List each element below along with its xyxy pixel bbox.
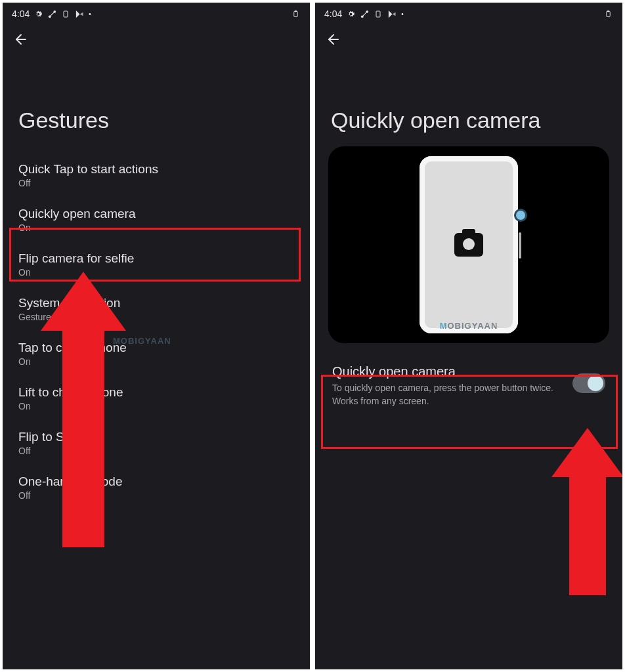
item-sub: Off bbox=[18, 490, 294, 501]
item-one-handed-mode[interactable]: One-handed mode Off bbox=[3, 465, 310, 510]
play-icon bbox=[75, 9, 85, 19]
watermark: MOBIGYAAN bbox=[440, 321, 498, 331]
status-bar: 4:04 • bbox=[315, 3, 622, 22]
item-quick-tap[interactable]: Quick Tap to start actions Off bbox=[3, 153, 310, 198]
item-sub: On bbox=[18, 356, 294, 367]
power-button-graphic bbox=[519, 232, 521, 259]
sim-icon bbox=[61, 9, 71, 19]
item-title: Flip to Shhh bbox=[18, 430, 294, 444]
switch-quickly-open-camera[interactable] bbox=[572, 373, 605, 393]
toggle-desc: To quickly open camera, press the power … bbox=[332, 382, 565, 408]
page-title: Quickly open camera bbox=[315, 55, 622, 146]
item-title: Quick Tap to start actions bbox=[18, 162, 294, 177]
power-press-indicator bbox=[514, 209, 527, 222]
switch-knob bbox=[588, 375, 603, 391]
status-time: 4:04 bbox=[324, 9, 342, 19]
phone-right-quickly-open-camera: 4:04 • Quickly open camera bbox=[315, 3, 622, 669]
gear-icon bbox=[33, 9, 43, 19]
item-lift-check-phone[interactable]: Lift to check phone On bbox=[3, 376, 310, 421]
svg-rect-2 bbox=[64, 11, 68, 17]
item-tap-check-phone[interactable]: Tap to check phone On bbox=[3, 331, 310, 376]
svg-rect-3 bbox=[294, 11, 298, 16]
gear-icon bbox=[346, 9, 356, 19]
connect-icon bbox=[47, 9, 57, 19]
item-title: Quickly open camera bbox=[18, 207, 294, 221]
item-flip-to-shhh[interactable]: Flip to Shhh Off bbox=[3, 421, 310, 465]
item-sub: On bbox=[18, 222, 294, 233]
item-system-navigation[interactable]: System navigation Gesture navigation bbox=[3, 287, 310, 331]
svg-rect-9 bbox=[607, 10, 609, 11]
item-flip-camera-selfie[interactable]: Flip camera for selfie On bbox=[3, 242, 310, 287]
item-title: Lift to check phone bbox=[18, 385, 294, 400]
feature-illustration: MOBIGYAAN bbox=[328, 146, 609, 343]
play-icon bbox=[387, 9, 397, 19]
item-title: One-handed mode bbox=[18, 474, 294, 489]
connect-icon bbox=[360, 9, 370, 19]
battery-icon bbox=[603, 9, 613, 19]
item-title: Tap to check phone bbox=[18, 341, 294, 355]
item-sub: Off bbox=[18, 446, 294, 456]
item-sub: On bbox=[18, 401, 294, 411]
item-sub: Gesture navigation bbox=[18, 312, 294, 322]
svg-rect-8 bbox=[607, 11, 611, 16]
item-title: Flip camera for selfie bbox=[18, 251, 294, 266]
annotation-arrow bbox=[551, 428, 622, 601]
item-sub: Off bbox=[18, 178, 294, 188]
item-title: System navigation bbox=[18, 296, 294, 310]
svg-rect-7 bbox=[376, 11, 380, 17]
battery-icon bbox=[291, 9, 301, 19]
back-button[interactable] bbox=[326, 32, 341, 47]
item-quickly-open-camera[interactable]: Quickly open camera On bbox=[3, 198, 310, 242]
camera-icon bbox=[454, 233, 483, 257]
dot-icon: • bbox=[89, 10, 91, 18]
toggle-title: Quickly open camera bbox=[332, 364, 565, 379]
gestures-list: Quick Tap to start actions Off Quickly o… bbox=[3, 153, 310, 510]
item-sub: On bbox=[18, 267, 294, 278]
phone-left-gestures: 4:04 • Gestures Qui bbox=[3, 3, 310, 669]
sim-icon bbox=[374, 9, 383, 19]
status-bar: 4:04 • bbox=[3, 3, 310, 22]
toggle-quickly-open-camera: Quickly open camera To quickly open came… bbox=[328, 356, 609, 415]
dot-icon: • bbox=[401, 10, 404, 18]
page-title: Gestures bbox=[3, 55, 310, 153]
mock-phone-graphic: MOBIGYAAN bbox=[420, 156, 518, 333]
back-button[interactable] bbox=[13, 32, 29, 47]
svg-rect-4 bbox=[295, 10, 297, 11]
status-time: 4:04 bbox=[12, 9, 30, 19]
